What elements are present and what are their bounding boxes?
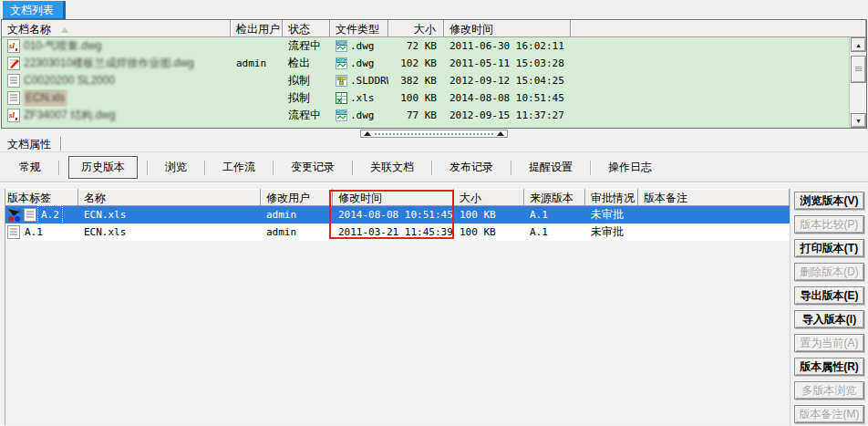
svg-text:sl: sl bbox=[8, 110, 16, 119]
doc-status: 拟制 bbox=[283, 89, 330, 107]
divider bbox=[147, 161, 148, 175]
doc-size: 100 KB bbox=[388, 89, 444, 107]
doc-name: 22303010楼板兰成焊接作业图.dwg bbox=[24, 55, 194, 72]
document-icon bbox=[7, 91, 20, 105]
document-row[interactable]: sl 010-气喷量.dwg 流程中 DWG .dwg 72 KB 2011-0… bbox=[2, 37, 866, 55]
document-row[interactable]: 22303010楼板兰成焊接作业图.dwg admin 检出 DWG .dwg … bbox=[2, 55, 866, 72]
version-modified-user: admin bbox=[261, 223, 333, 241]
version-modified-time: 2014-08-08 10:51:45 bbox=[333, 206, 454, 223]
tab-general[interactable]: 常规 bbox=[7, 157, 53, 178]
document-row[interactable]: C0020200 SL2000 拟制 .SLDDRW 382 KB 2012-0… bbox=[2, 72, 866, 89]
doc-modified-time: 2012-09-12 15:04:25 bbox=[444, 72, 571, 89]
tab-document-list[interactable]: 文档列表 bbox=[3, 1, 66, 19]
column-header-name[interactable]: 名称 bbox=[78, 189, 261, 206]
properties-tabs: 常规 历史版本 浏览 工作流 变更记录 关联文档 发布记录 提醒设置 操作日志 bbox=[0, 155, 868, 180]
document-properties-bar: 文档属性 bbox=[0, 136, 868, 152]
svg-text:DWG: DWG bbox=[337, 58, 347, 63]
doc-size: 72 KB bbox=[388, 37, 444, 55]
document-icon bbox=[24, 208, 36, 222]
column-header-size[interactable]: 大小 bbox=[388, 20, 444, 37]
column-header-status[interactable]: 状态 bbox=[283, 20, 330, 37]
scroll-down-icon[interactable]: ▼ bbox=[851, 113, 866, 128]
version-size: 100 KB bbox=[454, 223, 524, 241]
doc-checkout-user bbox=[231, 89, 283, 107]
version-name: ECN.xls bbox=[78, 206, 261, 223]
svg-text:DWG: DWG bbox=[337, 110, 347, 115]
tab-browse[interactable]: 浏览 bbox=[153, 157, 199, 178]
doc-status: 拟制 bbox=[283, 72, 330, 89]
column-header-version-note[interactable]: 版本备注 bbox=[638, 189, 790, 206]
print-version-button[interactable]: 打印版本(T) bbox=[794, 239, 864, 257]
divider bbox=[58, 161, 59, 175]
version-properties-button[interactable]: 版本属性(R) bbox=[794, 358, 864, 376]
column-header-modified-time[interactable]: 修改时间 bbox=[444, 20, 571, 37]
tab-related-documents[interactable]: 关联文档 bbox=[358, 157, 426, 178]
document-properties-label: 文档属性 bbox=[7, 137, 51, 152]
version-name: ECN.xls bbox=[78, 223, 261, 241]
divider bbox=[204, 161, 205, 175]
current-version-icon bbox=[7, 208, 22, 223]
doc-file-type: .dwg bbox=[350, 107, 375, 124]
checked-out-doc-icon bbox=[7, 57, 20, 70]
version-approval: 未审批 bbox=[585, 206, 638, 223]
version-note-button: 版本备注(M) bbox=[794, 405, 864, 423]
svg-text:X: X bbox=[337, 97, 343, 105]
version-note bbox=[638, 223, 790, 241]
column-header-modified-user[interactable]: 修改用户 bbox=[261, 189, 333, 206]
version-source: A.1 bbox=[524, 206, 585, 223]
version-row[interactable]: A.2 ECN.xls admin 2014-08-08 10:51:45 10… bbox=[5, 206, 790, 223]
version-history-table: 版本标签 名称 修改用户 修改时间 大小 来源版本 审批情况 版本备注 A.2 … bbox=[5, 189, 790, 425]
xls-file-icon: X bbox=[336, 92, 347, 104]
scrollbar-thumb[interactable] bbox=[851, 56, 866, 83]
import-version-button[interactable]: 导入版本(I) bbox=[794, 310, 864, 328]
column-header-file-type[interactable]: 文件类型 bbox=[330, 20, 388, 37]
document-list-scrollbar[interactable]: ▲ ▼ bbox=[849, 37, 866, 128]
column-header-checkout-user[interactable]: 检出用户 bbox=[231, 20, 283, 37]
dwg-file-icon: DWG bbox=[336, 57, 347, 69]
doc-name: ECN.xls bbox=[24, 89, 67, 107]
version-source: A.1 bbox=[524, 223, 585, 241]
version-approval: 未审批 bbox=[585, 223, 638, 241]
column-header-modified-time[interactable]: 修改时间 bbox=[333, 189, 454, 206]
doc-size: 382 KB bbox=[388, 72, 444, 89]
column-header-approval-status[interactable]: 审批情况 bbox=[585, 189, 638, 206]
tab-reminder-settings[interactable]: 提醒设置 bbox=[517, 157, 584, 178]
doc-modified-time: 2012-09-15 11:37:27 bbox=[444, 107, 571, 124]
version-label: A.2 bbox=[38, 206, 62, 223]
sort-ascending-icon bbox=[61, 27, 68, 33]
version-modified-time: 2011-03-21 11:45:39 bbox=[333, 223, 454, 241]
divider bbox=[511, 161, 512, 175]
divider bbox=[0, 182, 868, 183]
scroll-up-icon[interactable]: ▲ bbox=[851, 37, 866, 52]
version-actions: 浏览版本(V) 版本比较(P) 打印版本(T) 删除版本(D) 导出版本(E) … bbox=[794, 192, 865, 426]
document-row[interactable]: sl ZF34007 结构.dwg 流程中 DWG .dwg 77 KB 201… bbox=[2, 107, 866, 124]
column-header-size[interactable]: 大小 bbox=[454, 189, 524, 206]
doc-status: 流程中 bbox=[283, 107, 330, 124]
column-header-doc-name[interactable]: 文档名称 bbox=[2, 20, 231, 37]
document-row[interactable]: ECN.xls 拟制 X .xls 100 KB 2014-08-08 10:5… bbox=[2, 89, 866, 107]
doc-modified-time: 2011-05-11 15:03:28 bbox=[444, 55, 571, 72]
svg-text:DWG: DWG bbox=[337, 41, 347, 46]
version-row[interactable]: A.1 ECN.xls admin 2011-03-21 11:45:39 10… bbox=[5, 223, 790, 241]
doc-file-type: .xls bbox=[350, 89, 375, 107]
tab-history-versions[interactable]: 历史版本 bbox=[68, 156, 138, 179]
version-label: A.1 bbox=[22, 223, 46, 241]
tab-operation-log[interactable]: 操作日志 bbox=[596, 157, 664, 178]
column-header-source-version[interactable]: 来源版本 bbox=[524, 189, 585, 206]
doc-size: 102 KB bbox=[388, 55, 444, 72]
doc-file-type: .SLDDRW bbox=[350, 72, 388, 89]
divider bbox=[352, 161, 353, 175]
document-list-header: 文档名称 检出用户 状态 文件类型 大小 修改时间 bbox=[2, 20, 866, 37]
column-header-version-label[interactable]: 版本标签 bbox=[5, 189, 78, 206]
export-version-button[interactable]: 导出版本(E) bbox=[794, 286, 864, 305]
pdm-window: 文档列表 文档名称 检出用户 状态 文件类型 大小 修改时间 sl 010-气喷… bbox=[0, 0, 868, 426]
dwg-file-icon: DWG bbox=[336, 109, 347, 121]
browse-version-button[interactable]: 浏览版本(V) bbox=[794, 192, 864, 210]
tab-change-records[interactable]: 变更记录 bbox=[279, 157, 346, 178]
tab-workflow[interactable]: 工作流 bbox=[211, 157, 267, 178]
svg-text:sl: sl bbox=[8, 41, 16, 50]
column-header-doc-name-label: 文档名称 bbox=[7, 23, 51, 36]
tab-publish-records[interactable]: 发布记录 bbox=[438, 157, 505, 178]
dwg-file-icon: DWG bbox=[336, 40, 347, 52]
doc-checkout-user bbox=[231, 37, 283, 55]
